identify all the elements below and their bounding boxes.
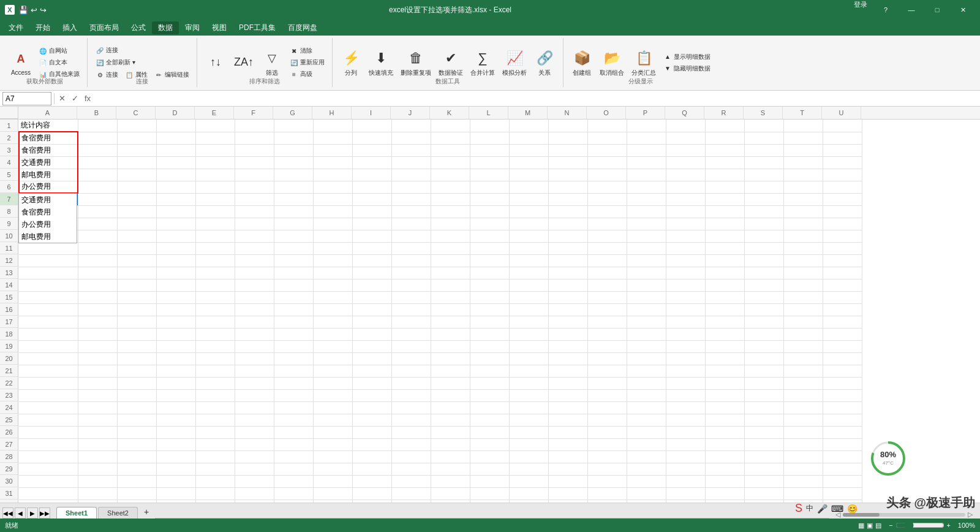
show-detail-button[interactable]: ▲ 显示明细数据 — [660, 51, 713, 63]
cell-F14[interactable] — [235, 279, 274, 291]
cell-S3[interactable] — [744, 144, 783, 156]
cell-T12[interactable] — [783, 254, 823, 267]
cell-P1[interactable] — [627, 120, 666, 132]
cell-Q25[interactable] — [666, 414, 705, 426]
cell-T23[interactable] — [783, 389, 823, 401]
cell-G5[interactable] — [274, 169, 313, 181]
cell-O14[interactable] — [587, 279, 627, 291]
cell-U9[interactable] — [823, 218, 862, 230]
cell-A23[interactable] — [19, 389, 78, 401]
row-header-28[interactable]: 28 — [0, 450, 18, 463]
cell-C17[interactable] — [117, 316, 156, 328]
cell-E17[interactable] — [195, 316, 235, 328]
cell-C25[interactable] — [117, 414, 156, 426]
cell-D1[interactable] — [156, 120, 195, 132]
cell-R4[interactable] — [705, 156, 744, 169]
cell-M12[interactable] — [509, 254, 548, 267]
cell-L16[interactable] — [470, 303, 509, 316]
cell-Q19[interactable] — [666, 340, 705, 352]
cell-E10[interactable] — [195, 230, 235, 242]
menu-pdf[interactable]: PDF工具集 — [233, 21, 282, 34]
cell-I20[interactable] — [352, 352, 391, 365]
cell-Q31[interactable] — [666, 487, 705, 500]
cell-A5[interactable]: 邮电费用 — [19, 169, 78, 181]
row-header-14[interactable]: 14 — [0, 279, 18, 291]
undo-icon[interactable]: ↩ — [31, 6, 37, 15]
cell-C27[interactable] — [117, 438, 156, 450]
cell-T25[interactable] — [783, 414, 823, 426]
cell-B15[interactable] — [78, 291, 117, 303]
cell-M2[interactable] — [509, 132, 548, 144]
cell-F26[interactable] — [235, 426, 274, 438]
cell-L13[interactable] — [470, 267, 509, 279]
cell-C3[interactable] — [117, 144, 156, 156]
cell-M15[interactable] — [509, 291, 548, 303]
cell-Q23[interactable] — [666, 389, 705, 401]
cell-H13[interactable] — [313, 267, 352, 279]
cell-M32[interactable] — [509, 500, 548, 503]
cell-R23[interactable] — [705, 389, 744, 401]
cell-J7[interactable] — [391, 193, 431, 205]
cell-O18[interactable] — [587, 328, 627, 340]
cell-U23[interactable] — [823, 389, 862, 401]
cell-U16[interactable] — [823, 303, 862, 316]
cell-U13[interactable] — [823, 267, 862, 279]
cell-G27[interactable] — [274, 438, 313, 450]
cell-K25[interactable] — [431, 414, 470, 426]
cell-L3[interactable] — [470, 144, 509, 156]
menu-formula[interactable]: 公式 — [125, 21, 152, 34]
cell-B13[interactable] — [78, 267, 117, 279]
cell-P7[interactable] — [627, 193, 666, 205]
cell-S27[interactable] — [744, 438, 783, 450]
cell-P27[interactable] — [627, 438, 666, 450]
cell-K6[interactable] — [431, 181, 470, 193]
cell-T28[interactable] — [783, 450, 823, 463]
cell-O17[interactable] — [587, 316, 627, 328]
cell-O15[interactable] — [587, 291, 627, 303]
cell-G19[interactable] — [274, 340, 313, 352]
cell-T6[interactable] — [783, 181, 823, 193]
remove-duplicates-button[interactable]: 🗑 删除重复项 — [398, 47, 434, 79]
cell-R27[interactable] — [705, 438, 744, 450]
cell-Q18[interactable] — [666, 328, 705, 340]
cell-D6[interactable] — [156, 181, 195, 193]
cell-N19[interactable] — [548, 340, 587, 352]
cell-O16[interactable] — [587, 303, 627, 316]
zoom-slider[interactable] — [895, 520, 944, 530]
cell-K32[interactable] — [431, 500, 470, 503]
cell-I10[interactable] — [352, 230, 391, 242]
cell-H1[interactable] — [313, 120, 352, 132]
cell-G32[interactable] — [274, 500, 313, 503]
cell-R11[interactable] — [705, 242, 744, 254]
cell-H29[interactable] — [313, 463, 352, 475]
cell-S13[interactable] — [744, 267, 783, 279]
cell-A14[interactable] — [19, 279, 78, 291]
cell-Q29[interactable] — [666, 463, 705, 475]
cell-K9[interactable] — [431, 218, 470, 230]
normal-view-icon[interactable]: ▦ — [858, 522, 864, 530]
cell-L29[interactable] — [470, 463, 509, 475]
cell-T10[interactable] — [783, 230, 823, 242]
col-header-O[interactable]: O — [587, 107, 626, 119]
cell-A31[interactable] — [19, 487, 78, 500]
cell-U3[interactable] — [823, 144, 862, 156]
cell-E11[interactable] — [195, 242, 235, 254]
cell-P19[interactable] — [627, 340, 666, 352]
row-header-5[interactable]: 5 — [0, 169, 18, 181]
cell-I1[interactable] — [352, 120, 391, 132]
cell-O11[interactable] — [587, 242, 627, 254]
cell-F3[interactable] — [235, 144, 274, 156]
col-header-L[interactable]: L — [469, 107, 508, 119]
cell-U5[interactable] — [823, 169, 862, 181]
cell-B19[interactable] — [78, 340, 117, 352]
cell-H17[interactable] — [313, 316, 352, 328]
cell-L1[interactable] — [470, 120, 509, 132]
sheet-nav-last[interactable]: ▶▶ — [39, 507, 50, 519]
cell-Q15[interactable] — [666, 291, 705, 303]
cell-F5[interactable] — [235, 169, 274, 181]
cell-J8[interactable] — [391, 205, 431, 218]
cell-U28[interactable] — [823, 450, 862, 463]
cell-G14[interactable] — [274, 279, 313, 291]
cell-H26[interactable] — [313, 426, 352, 438]
cell-T27[interactable] — [783, 438, 823, 450]
